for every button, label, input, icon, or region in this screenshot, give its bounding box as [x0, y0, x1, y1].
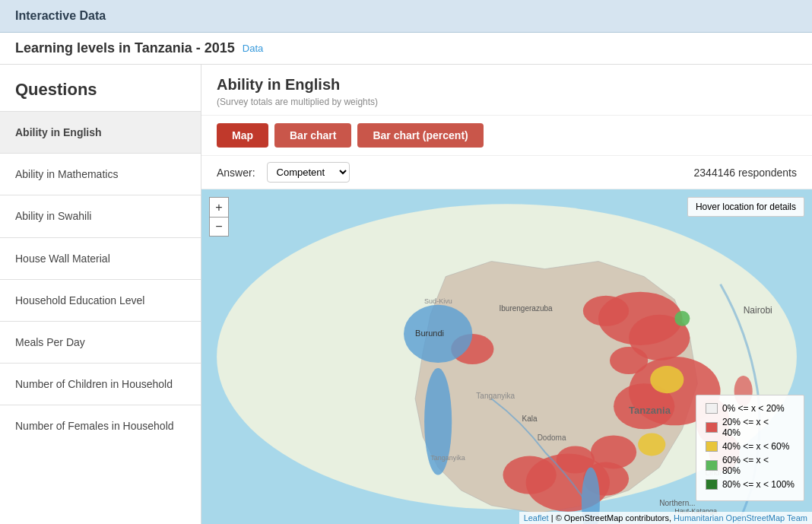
- svg-text:Kala: Kala: [522, 414, 538, 423]
- data-link[interactable]: Data: [243, 43, 263, 54]
- app-title: Interactive Data: [15, 9, 106, 22]
- svg-text:Burundi: Burundi: [415, 329, 444, 338]
- svg-text:Dodoma: Dodoma: [538, 433, 566, 442]
- sidebar-heading: Questions: [0, 80, 201, 111]
- hover-tooltip: Hover location for details: [687, 197, 804, 217]
- legend-item-2: 40% <= x < 60%: [706, 441, 795, 452]
- svg-text:Iburengerazuba: Iburengerazuba: [499, 304, 553, 313]
- legend-item-0: 0% <= x < 20%: [706, 403, 795, 414]
- tab-bar-chart-percent[interactable]: Bar chart (percent): [357, 123, 483, 148]
- svg-point-18: [638, 433, 665, 456]
- svg-text:Tanzania: Tanzania: [629, 405, 671, 416]
- zoom-in-button[interactable]: +: [209, 197, 229, 217]
- legend-color-3: [706, 460, 718, 471]
- svg-point-19: [674, 311, 690, 326]
- title-bar: Learning levels in Tanzania - 2015 Data: [0, 33, 812, 65]
- leaflet-link[interactable]: Leaflet: [524, 513, 549, 522]
- answer-label: Answer:: [217, 167, 255, 179]
- map-attribution: Leaflet | © OpenStreetMap contributors, …: [519, 512, 812, 524]
- legend-color-4: [706, 479, 718, 490]
- legend-item-3: 60% <= x <80%: [706, 455, 795, 476]
- content-header: Ability in English (Survey totals are mu…: [201, 65, 812, 116]
- sidebar-item-0[interactable]: Ability in English: [0, 111, 201, 153]
- map-legend: 0% <= x < 20% 20% <= x <40% 40% <= x < 6…: [696, 395, 804, 501]
- sidebar: Questions Ability in English Ability in …: [0, 65, 201, 524]
- legend-color-1: [706, 422, 718, 433]
- legend-item-1: 20% <= x <40%: [706, 417, 795, 438]
- content-subtitle: (Survey totals are multiplied by weights…: [217, 97, 797, 107]
- answer-select[interactable]: Competent Basic Below Basic None: [267, 162, 350, 183]
- page-title: Learning levels in Tanzania - 2015: [15, 40, 235, 56]
- hot-link[interactable]: Humanitarian OpenStreetMap Team: [674, 513, 807, 522]
- svg-text:Tanganyika: Tanganyika: [476, 392, 515, 400]
- svg-text:Sud-Kivu: Sud-Kivu: [424, 297, 452, 305]
- svg-point-4: [583, 296, 629, 326]
- svg-text:Nairobi: Nairobi: [744, 305, 772, 316]
- map-container: Burundi Tanganyika Tanzania Nairobi Lind…: [201, 189, 812, 524]
- sidebar-item-6[interactable]: Number of Children in Household: [0, 363, 201, 405]
- legend-color-2: [706, 441, 718, 452]
- sidebar-item-3[interactable]: House Wall Material: [0, 237, 201, 279]
- svg-point-17: [650, 366, 684, 393]
- zoom-out-button[interactable]: −: [209, 217, 229, 237]
- sidebar-item-4[interactable]: Household Education Level: [0, 279, 201, 321]
- respondents-count: 2344146 respondents: [694, 167, 797, 179]
- tab-buttons: Map Bar chart Bar chart (percent): [201, 116, 812, 156]
- app-header: Interactive Data: [0, 0, 812, 33]
- svg-text:Northern...: Northern...: [659, 499, 695, 507]
- map-zoom-controls: + −: [209, 197, 229, 237]
- content-area: Ability in English (Survey totals are mu…: [201, 65, 812, 524]
- tab-map[interactable]: Map: [217, 123, 268, 148]
- svg-point-12: [503, 456, 556, 494]
- sidebar-item-2[interactable]: Ability in Swahili: [0, 195, 201, 237]
- legend-color-0: [706, 403, 718, 414]
- sidebar-item-7[interactable]: Number of Females in Household: [0, 405, 201, 446]
- tab-bar-chart[interactable]: Bar chart: [274, 123, 351, 148]
- legend-item-4: 80% <= x < 100%: [706, 479, 795, 490]
- content-title: Ability in English: [217, 76, 797, 94]
- sidebar-item-1[interactable]: Ability in Mathematics: [0, 153, 201, 195]
- sidebar-item-5[interactable]: Meals Per Day: [0, 321, 201, 363]
- answer-row: Answer: Competent Basic Below Basic None…: [201, 156, 812, 189]
- svg-text:Tanganyika: Tanganyika: [430, 454, 466, 462]
- main-layout: Questions Ability in English Ability in …: [0, 65, 812, 524]
